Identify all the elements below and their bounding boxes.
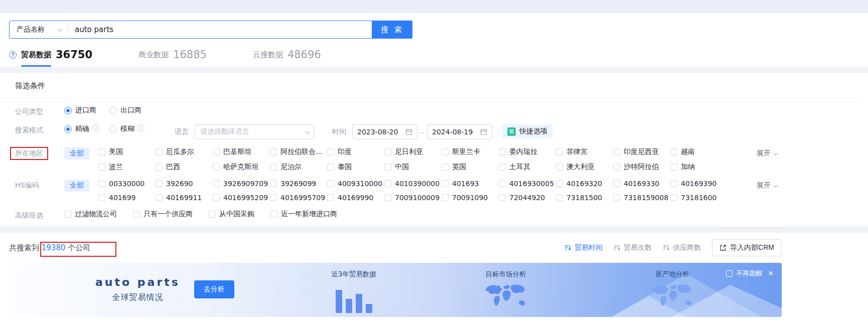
hs-checkbox-item[interactable]: 40169330 <box>613 180 670 188</box>
region-checkbox-item[interactable]: 澳大利亚 <box>556 163 613 172</box>
checkbox-icon[interactable] <box>213 194 220 201</box>
checkbox-icon[interactable] <box>133 211 140 218</box>
hs-checkbox-item[interactable]: 00330000 <box>98 180 156 188</box>
checkbox-icon[interactable] <box>442 148 449 155</box>
radio-exact[interactable]: 精确 <box>64 124 89 133</box>
checkbox-icon[interactable] <box>556 148 563 155</box>
info-icon[interactable]: i <box>92 124 99 131</box>
checkbox-icon[interactable] <box>499 164 506 171</box>
date-end-input[interactable]: 2024-08-19 <box>427 124 492 139</box>
region-checkbox-item[interactable]: 波兰 <box>98 163 156 172</box>
checkbox-icon[interactable] <box>499 180 506 187</box>
hs-checkbox-item[interactable]: 401693 <box>442 180 499 188</box>
radio-fuzzy[interactable]: 模糊 <box>109 124 134 133</box>
checkbox-icon[interactable] <box>270 148 277 155</box>
region-checkbox-item[interactable]: 巴基斯坦 <box>213 147 270 156</box>
checkbox-icon[interactable] <box>442 180 449 187</box>
hs-checkbox-item[interactable]: 401699 <box>98 194 156 202</box>
checkbox-icon[interactable] <box>384 180 391 187</box>
region-checkbox-item[interactable]: 加纳 <box>670 163 728 172</box>
checkbox-icon[interactable] <box>98 180 105 187</box>
hs-checkbox-item[interactable]: 4010390000 <box>384 180 442 188</box>
checkbox-icon[interactable] <box>327 164 334 171</box>
hs-checkbox-item[interactable]: 4016995209 <box>213 194 270 202</box>
hs-expand-button[interactable]: 展开 <box>757 180 777 190</box>
checkbox-icon[interactable] <box>613 180 620 187</box>
checkbox-icon[interactable] <box>556 164 563 171</box>
advanced-checkbox-item[interactable]: 从中国采购 <box>209 210 254 219</box>
tab-business-data[interactable]: 商业数据 16885 <box>138 49 207 67</box>
checkbox-icon[interactable] <box>670 164 677 171</box>
checkbox-icon[interactable] <box>499 194 506 201</box>
checkbox-icon[interactable] <box>156 164 163 171</box>
checkbox-icon[interactable] <box>670 180 677 187</box>
checkbox-icon[interactable] <box>327 148 334 155</box>
checkbox-icon[interactable] <box>613 148 620 155</box>
tab-cloud-data[interactable]: 云搜数据 48696 <box>253 49 321 67</box>
hs-checkbox-item[interactable]: 4009310000 <box>327 180 384 188</box>
checkbox-icon[interactable] <box>442 164 449 171</box>
region-checkbox-item[interactable]: 印度 <box>327 147 384 156</box>
region-checkbox-item[interactable]: 斯里兰卡 <box>442 147 499 156</box>
hs-checkbox-item[interactable]: 73181500 <box>556 194 613 202</box>
hs-checkbox-item[interactable]: 70091090 <box>442 194 499 202</box>
date-start-input[interactable]: 2023-08-20 <box>352 124 417 139</box>
advanced-checkbox-item[interactable]: 只有一个供应商 <box>133 210 193 219</box>
hs-checkbox-item[interactable]: 7009100009 <box>384 194 442 202</box>
checkbox-icon[interactable] <box>98 148 105 155</box>
hs-checkbox-item[interactable]: 4016930005 <box>499 180 556 188</box>
hs-checkbox-item[interactable]: 40169990 <box>327 194 384 202</box>
hs-checkbox-item[interactable]: 73181600 <box>670 194 728 202</box>
radio-exporter[interactable]: 出口商 <box>109 106 141 115</box>
region-checkbox-item[interactable]: 泰国 <box>327 163 384 172</box>
hs-checkbox-item[interactable]: 40169911 <box>156 194 213 202</box>
checkbox-icon[interactable] <box>442 194 449 201</box>
region-checkbox-item[interactable]: 哈萨克斯坦 <box>213 163 270 172</box>
advanced-checkbox-item[interactable]: 过滤物流公司 <box>64 210 117 219</box>
hs-checkbox-item[interactable]: 3926909709 <box>213 180 270 188</box>
hs-checkbox-item[interactable]: 40169320 <box>556 180 613 188</box>
help-icon[interactable]: ? <box>9 51 17 59</box>
region-checkbox-item[interactable]: 厄瓜多尔 <box>156 147 213 156</box>
close-icon[interactable]: ✕ <box>768 269 774 277</box>
sort-trade-count[interactable]: 贸易次数 <box>614 243 652 252</box>
search-input[interactable] <box>68 25 372 34</box>
checkbox-icon[interactable] <box>156 148 163 155</box>
checkbox-icon[interactable] <box>270 164 277 171</box>
hs-checkbox-item[interactable]: 4016995709 <box>270 194 327 202</box>
checkbox-icon[interactable] <box>98 194 105 201</box>
checkbox-icon[interactable] <box>209 211 216 218</box>
checkbox-icon[interactable] <box>327 180 334 187</box>
checkbox-icon[interactable] <box>270 211 277 218</box>
region-checkbox-item[interactable]: 尼日利亚 <box>384 147 442 156</box>
checkbox-icon[interactable] <box>384 164 391 171</box>
hs-checkbox-item[interactable]: 392690 <box>156 180 213 188</box>
region-checkbox-item[interactable]: 土耳其 <box>499 163 556 172</box>
checkbox-icon[interactable] <box>98 164 105 171</box>
checkbox-icon[interactable] <box>613 164 620 171</box>
hs-checkbox-item[interactable]: 72044920 <box>499 194 556 202</box>
checkbox-icon[interactable] <box>670 194 677 201</box>
region-checkbox-item[interactable]: 委内瑞拉 <box>499 147 556 156</box>
checkbox-icon[interactable] <box>270 180 277 187</box>
checkbox-icon[interactable] <box>156 194 163 201</box>
checkbox-icon[interactable] <box>613 194 620 201</box>
radio-importer[interactable]: 进口商 <box>64 106 96 115</box>
region-checkbox-item[interactable]: 菲律宾 <box>556 147 613 156</box>
checkbox-icon[interactable] <box>670 148 677 155</box>
checkbox-icon[interactable] <box>384 148 391 155</box>
region-checkbox-item[interactable]: 英国 <box>442 163 499 172</box>
checkbox-icon[interactable] <box>556 180 563 187</box>
region-checkbox-item[interactable]: 沙特阿拉伯 <box>613 163 670 172</box>
region-expand-button[interactable]: 展开 <box>757 147 777 158</box>
sort-trade-time[interactable]: 贸易时间 <box>564 243 603 252</box>
checkbox-icon[interactable] <box>327 194 334 201</box>
analyze-button[interactable]: 去分析 <box>194 280 234 298</box>
checkbox-icon[interactable] <box>499 148 506 155</box>
region-checkbox-item[interactable]: 越南 <box>670 147 728 156</box>
search-button[interactable]: 搜 索 <box>372 21 412 39</box>
checkbox-icon[interactable] <box>64 211 71 218</box>
region-checkbox-item[interactable]: 印度尼西亚 <box>613 147 670 156</box>
region-checkbox-item[interactable]: 阿拉伯联合... <box>270 147 327 156</box>
checkbox-icon[interactable] <box>213 148 220 155</box>
